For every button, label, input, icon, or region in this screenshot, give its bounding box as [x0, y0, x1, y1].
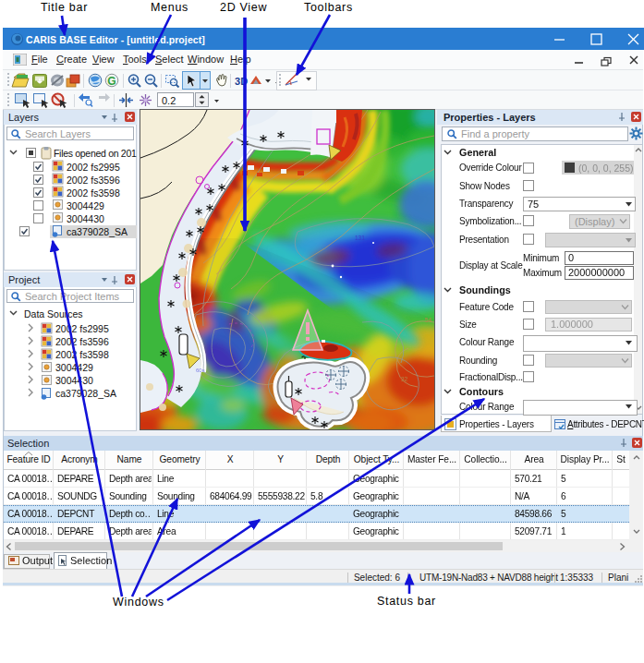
svg-text:ca379028_SA: ca379028_SA: [67, 226, 128, 237]
svg-text:Data Sources: Data Sources: [24, 308, 83, 319]
svg-text:2002 fs3598: 2002 fs3598: [55, 349, 109, 360]
svg-text:3004430: 3004430: [55, 375, 93, 386]
svg-text:ca379028_SA: ca379028_SA: [55, 388, 116, 399]
svg-text:3D: 3D: [235, 76, 248, 87]
svg-text:54: 54: [425, 317, 432, 323]
svg-text:G: G: [107, 75, 115, 88]
svg-text:2002 fs3596: 2002 fs3596: [67, 175, 120, 186]
svg-text:Files opened on 201...: Files opened on 201...: [54, 148, 137, 159]
svg-text:3004429: 3004429: [55, 362, 93, 373]
svg-text:2002 fs3598: 2002 fs3598: [67, 187, 120, 199]
svg-text:2002 fs2995: 2002 fs2995: [55, 323, 109, 334]
svg-text:32: 32: [401, 376, 408, 382]
svg-text:131: 131: [355, 235, 365, 241]
svg-text:2002 fs3596: 2002 fs3596: [55, 336, 109, 347]
svg-text:60s: 60s: [196, 368, 205, 373]
svg-text:2002 fs2995: 2002 fs2995: [67, 162, 120, 173]
svg-text:3004430: 3004430: [67, 213, 104, 224]
svg-text:3004429: 3004429: [67, 200, 104, 211]
